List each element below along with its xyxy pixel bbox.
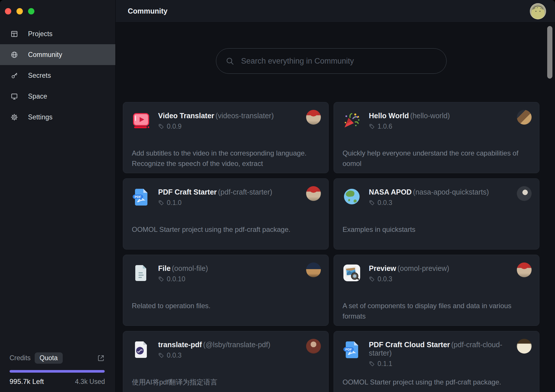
version-tag-icon — [158, 352, 164, 358]
gear-icon — [10, 113, 18, 121]
globe-earth-icon — [343, 187, 361, 206]
package-version: 0.0.3 — [378, 275, 392, 283]
package-version: 0.1.0 — [167, 199, 182, 207]
credits-panel: Credits Quota 995.7k Left 4.3k Used — [10, 352, 105, 386]
package-title: Video Translater — [158, 112, 214, 120]
preview-app-icon — [343, 264, 361, 282]
package-title: Hello World — [369, 112, 409, 120]
window-controls — [5, 8, 34, 14]
credits-progress-fill — [10, 370, 105, 373]
credits-used-value: 4.3k Used — [75, 378, 105, 386]
package-card[interactable]: Preview (oomol-preview) 0.0.3 A set of c… — [334, 255, 539, 326]
minimize-window-button[interactable] — [16, 8, 23, 14]
vertical-scrollbar-thumb[interactable] — [547, 26, 552, 79]
version-tag-icon — [158, 276, 164, 282]
sidebar-item-label: Community — [28, 51, 62, 59]
package-slug: (oomol-preview) — [397, 264, 449, 272]
package-slug: (@lsby/translate-pdf) — [203, 341, 270, 349]
community-card-grid: Video Translater (videos-translater) 0.0… — [123, 102, 539, 392]
version-tag-icon — [369, 361, 375, 367]
version-tag-icon — [369, 200, 375, 206]
package-title: translate-pdf — [158, 341, 202, 349]
version-tag-icon — [369, 123, 375, 130]
page-header: Community — [116, 0, 555, 23]
package-slug: (videos-translater) — [216, 112, 274, 120]
translate-doc-icon — [132, 340, 150, 358]
sidebar-item-community[interactable]: Community — [0, 44, 115, 65]
credits-progress-bar — [10, 370, 105, 373]
package-description: Quickly help everyone understand the cor… — [343, 148, 525, 169]
document-icon — [132, 264, 150, 282]
sidebar-item-settings[interactable]: Settings — [0, 107, 115, 127]
sidebar: Projects Community Secrets Space Setting… — [0, 0, 116, 392]
package-slug: (nasa-apod-quickstarts) — [413, 188, 489, 196]
globe-icon — [10, 51, 18, 59]
quota-badge[interactable]: Quota — [35, 352, 63, 364]
sidebar-item-space[interactable]: Space — [0, 86, 115, 107]
package-version: 0.1.1 — [378, 360, 392, 368]
package-card[interactable]: translate-pdf (@lsby/translate-pdf) 0.0.… — [123, 331, 329, 392]
version-tag-icon — [158, 123, 164, 130]
author-avatar — [517, 186, 532, 201]
package-slug: (pdf-craft-starter) — [218, 188, 272, 196]
sidebar-item-projects[interactable]: Projects — [0, 23, 115, 44]
package-version: 0.0.3 — [378, 199, 392, 207]
version-tag-icon — [158, 200, 164, 206]
package-title: PDF Craft Starter — [158, 188, 217, 196]
package-card[interactable]: NASA APOD (nasa-apod-quickstarts) 0.0.3 … — [334, 178, 539, 249]
sidebar-item-label: Space — [28, 93, 47, 100]
author-avatar — [306, 262, 321, 277]
page-title: Community — [128, 7, 168, 15]
package-title: PDF Craft Cloud Starter — [369, 341, 450, 349]
package-version: 1.0.6 — [378, 123, 392, 130]
projects-grid-icon — [10, 30, 18, 38]
monitor-icon — [10, 93, 18, 100]
credits-left-value: 995.7k Left — [10, 378, 44, 386]
external-link-icon[interactable] — [97, 354, 105, 362]
credits-label: Credits — [10, 354, 31, 362]
author-avatar — [517, 110, 532, 125]
package-version: 0.0.10 — [167, 275, 185, 283]
package-title: Preview — [369, 264, 396, 272]
author-avatar — [306, 186, 321, 201]
video-player-icon — [132, 111, 150, 130]
package-card[interactable]: File (oomol-file) 0.0.10 Related to oper… — [123, 255, 329, 326]
party-popper-icon — [343, 111, 361, 130]
svg-text:PDF: PDF — [345, 348, 352, 351]
package-title: NASA APOD — [369, 188, 412, 196]
app-window: Projects Community Secrets Space Setting… — [0, 0, 555, 392]
search-icon — [225, 57, 234, 66]
package-description: Add subtitles to the video in the corres… — [132, 148, 314, 169]
package-description: Examples in quickstarts — [343, 224, 525, 235]
package-slug: (hello-world) — [410, 112, 450, 120]
maximize-window-button[interactable] — [28, 8, 34, 14]
key-icon — [10, 72, 18, 79]
main-area: Community Video Translater (videos-tr — [116, 0, 555, 392]
package-version: 0.0.9 — [167, 123, 182, 130]
sidebar-item-label: Projects — [28, 30, 53, 38]
package-card[interactable]: Hello World (hello-world) 1.0.6 Quickly … — [334, 102, 539, 173]
close-window-button[interactable] — [5, 8, 11, 14]
package-title: File — [158, 264, 171, 272]
package-card[interactable]: Video Translater (videos-translater) 0.0… — [123, 102, 329, 173]
svg-text:PDF: PDF — [135, 195, 141, 199]
sidebar-nav: Projects Community Secrets Space Setting… — [0, 23, 115, 127]
author-avatar — [517, 262, 532, 277]
user-avatar[interactable] — [530, 3, 546, 19]
sidebar-item-secrets[interactable]: Secrets — [0, 65, 115, 86]
package-description: A set of components to display files and… — [343, 301, 525, 321]
package-slug: (oomol-file) — [172, 264, 208, 272]
pdf-file-icon: PDF — [132, 187, 150, 206]
package-description: OOMOL Starter project using the pdf-craf… — [132, 224, 314, 235]
package-description: OOMOL Starter project using the pdf-craf… — [343, 377, 525, 387]
search-input[interactable] — [240, 56, 438, 66]
version-tag-icon — [369, 276, 375, 282]
author-avatar — [306, 339, 321, 354]
sidebar-item-label: Settings — [28, 113, 53, 121]
package-description: 使用AI将pdf翻译为指定语言 — [132, 377, 314, 387]
package-card[interactable]: PDF PDF Craft Starter (pdf-craft-starter… — [123, 178, 329, 249]
pdf-file-icon: PDF — [343, 340, 361, 358]
package-card[interactable]: PDF PDF Craft Cloud Starter (pdf-craft-c… — [334, 331, 539, 392]
package-version: 0.0.3 — [167, 352, 182, 359]
search-bar[interactable] — [216, 48, 447, 74]
